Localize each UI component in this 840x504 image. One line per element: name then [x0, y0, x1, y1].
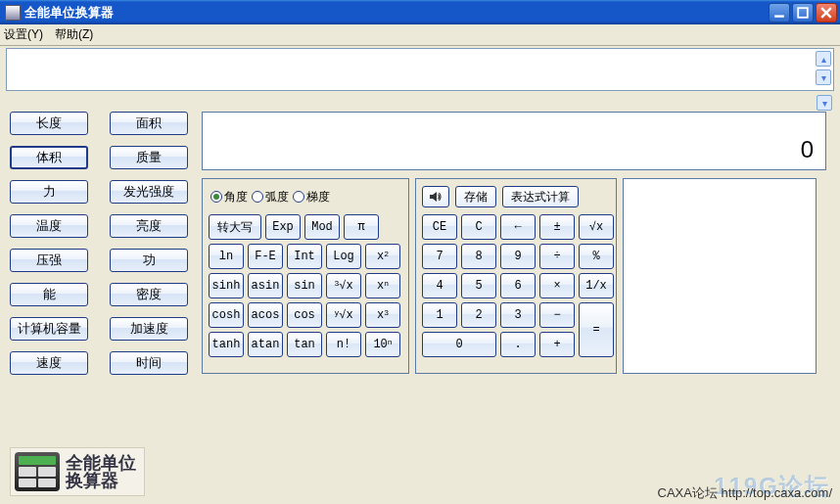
- footer-text: CAXA论坛 http://top.caxa.com/: [658, 484, 832, 502]
- logo-text: 全能单位 换算器: [66, 454, 136, 489]
- close-button[interactable]: [816, 3, 837, 23]
- category-button[interactable]: 速度: [10, 351, 88, 375]
- store-button[interactable]: 存储: [455, 186, 496, 207]
- num-key[interactable]: 0: [422, 332, 496, 357]
- sci-key[interactable]: ln: [209, 244, 244, 269]
- sci-key[interactable]: 3√x: [326, 273, 361, 298]
- category-button[interactable]: 体积: [10, 146, 88, 169]
- app-icon: [5, 5, 21, 21]
- category-button[interactable]: 长度: [10, 112, 88, 135]
- sci-key[interactable]: x2: [365, 244, 400, 269]
- sci-key[interactable]: F-E: [248, 244, 283, 269]
- sci-key[interactable]: tan: [287, 332, 322, 357]
- client-area: ▴ ▾ ▾ 长度面积体积质量力发光强度温度亮度压强功能密度计算机容量加速度速度时…: [0, 48, 840, 504]
- sci-key[interactable]: tanh: [209, 332, 244, 357]
- sci-key[interactable]: Log: [326, 244, 361, 269]
- category-button[interactable]: 加速度: [110, 317, 188, 341]
- speaker-button[interactable]: [422, 186, 449, 207]
- category-button[interactable]: 时间: [110, 351, 188, 375]
- svg-rect-1: [798, 8, 808, 18]
- dropdown-icon[interactable]: ▾: [817, 95, 832, 111]
- scroll-down-icon[interactable]: ▾: [816, 69, 831, 85]
- sci-key[interactable]: cosh: [209, 302, 244, 328]
- sci-key[interactable]: xn: [365, 273, 400, 298]
- menubar: 设置(Y) 帮助(Z): [0, 24, 840, 46]
- equals-button[interactable]: =: [579, 302, 614, 357]
- titlebar: 全能单位换算器: [0, 0, 840, 24]
- sci-key[interactable]: Exp: [265, 214, 301, 240]
- logo-block: 全能单位 换算器: [10, 447, 145, 496]
- minimize-button[interactable]: [769, 3, 790, 23]
- expression-calc-button[interactable]: 表达式计算: [502, 186, 579, 207]
- num-key[interactable]: −: [539, 302, 575, 328]
- sci-key[interactable]: n!: [326, 332, 361, 357]
- logo-icon: [15, 452, 60, 491]
- num-key[interactable]: 2: [461, 302, 496, 328]
- sci-key[interactable]: asin: [248, 273, 283, 298]
- category-panel: 长度面积体积质量力发光强度温度亮度压强功能密度计算机容量加速度速度时间: [10, 112, 192, 386]
- num-key[interactable]: .: [500, 332, 536, 357]
- category-button[interactable]: 面积: [110, 112, 188, 135]
- category-button[interactable]: 质量: [110, 146, 188, 169]
- sci-key[interactable]: sinh: [209, 273, 244, 298]
- sci-key[interactable]: π: [344, 214, 379, 240]
- window-title: 全能单位换算器: [24, 4, 769, 22]
- category-button[interactable]: 力: [10, 180, 88, 204]
- num-key[interactable]: 5: [461, 273, 496, 298]
- radio-radians[interactable]: 弧度: [252, 189, 289, 206]
- category-button[interactable]: 温度: [10, 214, 88, 238]
- num-key[interactable]: ×: [539, 273, 575, 298]
- category-button[interactable]: 亮度: [110, 214, 188, 238]
- menu-help[interactable]: 帮助(Z): [55, 26, 93, 43]
- num-key[interactable]: ←: [500, 214, 536, 240]
- sci-key[interactable]: Mod: [304, 214, 340, 240]
- num-key[interactable]: 7: [422, 244, 457, 269]
- sci-key[interactable]: acos: [248, 302, 283, 328]
- maximize-button[interactable]: [792, 3, 814, 23]
- num-key[interactable]: 3: [500, 302, 536, 328]
- result-value: 0: [801, 136, 814, 163]
- num-key[interactable]: +: [539, 332, 575, 357]
- angle-mode-row: 角度 弧度 梯度: [209, 185, 402, 208]
- sci-key[interactable]: cos: [287, 302, 322, 328]
- sci-key[interactable]: atan: [248, 332, 283, 357]
- num-key[interactable]: %: [579, 244, 614, 269]
- numeric-panel: 存储 表达式计算 CEC←±√x789÷%456×1/x123−=0.+: [415, 178, 617, 374]
- num-key[interactable]: ÷: [539, 244, 575, 269]
- num-key[interactable]: 4: [422, 273, 457, 298]
- radio-gradians[interactable]: 梯度: [293, 189, 330, 206]
- calculator-frame: 0 角度 弧度 梯度 转大写ExpModπ lnF-EIntLogx2sinha…: [202, 112, 826, 436]
- num-key[interactable]: ±: [539, 214, 575, 240]
- window-buttons: [769, 3, 837, 23]
- category-button[interactable]: 能: [10, 283, 88, 306]
- category-button[interactable]: 计算机容量: [10, 317, 88, 341]
- category-button[interactable]: 密度: [110, 283, 188, 306]
- category-button[interactable]: 发光强度: [110, 180, 188, 204]
- sci-key[interactable]: sin: [287, 273, 322, 298]
- speaker-icon: [429, 190, 443, 204]
- scroll-up-icon[interactable]: ▴: [816, 51, 831, 67]
- result-display: 0: [202, 112, 826, 170]
- num-key[interactable]: 1/x: [579, 273, 614, 298]
- sci-key[interactable]: y√x: [326, 302, 361, 328]
- side-list-panel[interactable]: [623, 178, 817, 374]
- num-key[interactable]: 1: [422, 302, 457, 328]
- sci-key[interactable]: x3: [365, 302, 400, 328]
- sci-key[interactable]: 10n: [365, 332, 400, 357]
- sci-key[interactable]: 转大写: [209, 214, 261, 240]
- num-key[interactable]: 9: [500, 244, 536, 269]
- sci-key[interactable]: Int: [287, 244, 322, 269]
- menu-settings[interactable]: 设置(Y): [4, 26, 43, 43]
- num-key[interactable]: 8: [461, 244, 496, 269]
- category-button[interactable]: 功: [110, 249, 188, 272]
- num-key[interactable]: C: [461, 214, 496, 240]
- num-key[interactable]: √x: [579, 214, 614, 240]
- scientific-panel: 角度 弧度 梯度 转大写ExpModπ lnF-EIntLogx2sinhasi…: [202, 178, 409, 374]
- num-key[interactable]: 6: [500, 273, 536, 298]
- category-button[interactable]: 压强: [10, 249, 88, 272]
- radio-degrees[interactable]: 角度: [210, 189, 248, 206]
- top-display-area[interactable]: ▴ ▾: [6, 48, 834, 91]
- num-key[interactable]: CE: [422, 214, 457, 240]
